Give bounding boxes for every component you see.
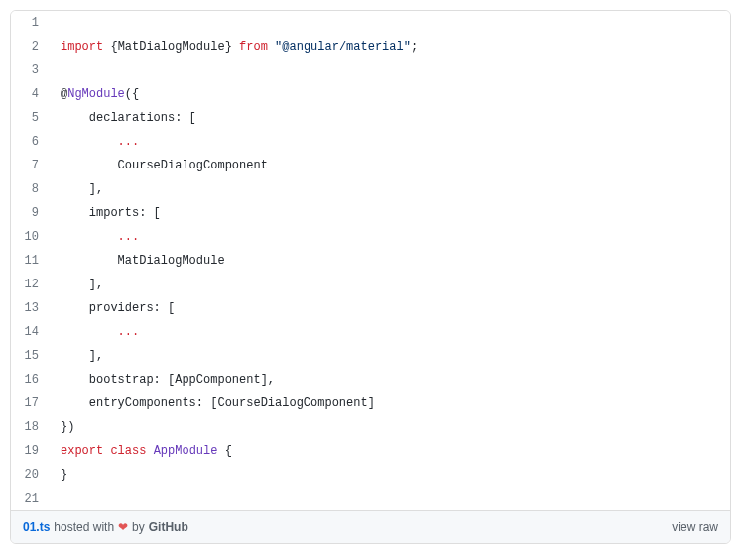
code-token: ... [118, 135, 140, 149]
line-content: export class AppModule { [49, 439, 232, 463]
code-line: 3 [11, 58, 730, 82]
code-token [146, 444, 153, 458]
code-line: 9 imports: [ [11, 201, 730, 225]
line-number[interactable]: 6 [11, 130, 49, 154]
code-token: MatDialogModule [118, 40, 225, 54]
code-line: 21 [11, 487, 730, 510]
line-content: MatDialogModule [49, 249, 225, 273]
code-line: 19export class AppModule { [11, 439, 730, 463]
line-content: @NgModule({ [49, 82, 139, 106]
line-number[interactable]: 1 [11, 11, 49, 35]
line-number[interactable]: 21 [11, 487, 49, 510]
code-line: 15 ], [11, 344, 730, 368]
code-line: 6 ... [11, 130, 730, 154]
footer-left: 01.ts hosted with ❤ by GitHub [23, 520, 188, 534]
line-content: ... [49, 225, 139, 249]
line-content: providers: [ [49, 296, 175, 320]
code-line: 1 [11, 11, 730, 35]
code-line: 18}) [11, 415, 730, 439]
line-number[interactable]: 16 [11, 368, 49, 392]
line-number[interactable]: 18 [11, 415, 49, 439]
code-token: { [217, 444, 231, 458]
code-line: 10 ... [11, 225, 730, 249]
line-content: }) [49, 415, 74, 439]
code-token: NgModule [67, 87, 125, 101]
code-line: 16 bootstrap: [AppComponent], [11, 368, 730, 392]
code-token: AppModule [154, 444, 218, 458]
heart-icon: ❤ [118, 520, 128, 534]
view-raw-link[interactable]: view raw [672, 520, 718, 534]
line-content: ], [49, 177, 103, 201]
code-token: }) [61, 420, 74, 434]
code-token: ({ [125, 87, 139, 101]
code-line: 5 declarations: [ [11, 106, 730, 130]
line-number[interactable]: 19 [11, 439, 49, 463]
hosted-text: hosted with [54, 520, 114, 534]
line-content: bootstrap: [AppComponent], [49, 368, 275, 392]
code-token: class [110, 444, 146, 458]
code-token: ; [411, 40, 418, 54]
line-number[interactable]: 7 [11, 154, 49, 177]
code-line: 4@NgModule({ [11, 82, 730, 106]
line-content [49, 487, 61, 491]
code-token: export [61, 444, 103, 458]
line-number[interactable]: 4 [11, 82, 49, 106]
code-token: import [61, 40, 103, 54]
filename-link[interactable]: 01.ts [23, 520, 50, 534]
code-line: 14 ... [11, 320, 730, 344]
line-number[interactable]: 5 [11, 106, 49, 130]
code-token [61, 230, 118, 244]
line-number[interactable]: 14 [11, 320, 49, 344]
line-number[interactable]: 10 [11, 225, 49, 249]
line-content: } [49, 463, 67, 487]
code-token: entryComponents: [CourseDialogComponent] [61, 396, 375, 410]
code-token: imports: [ [61, 206, 161, 220]
code-token: "@angular/material" [275, 40, 411, 54]
code-token: ... [118, 325, 140, 339]
code-token: declarations: [ [61, 111, 196, 125]
line-content [49, 58, 61, 62]
line-content: declarations: [ [49, 106, 196, 130]
gist-footer: 01.ts hosted with ❤ by GitHub view raw [11, 510, 730, 543]
code-token: bootstrap: [AppComponent], [61, 373, 275, 387]
line-number[interactable]: 8 [11, 177, 49, 201]
line-number[interactable]: 17 [11, 392, 49, 415]
code-token: ], [61, 349, 103, 363]
code-line: 11 MatDialogModule [11, 249, 730, 273]
code-line: 7 CourseDialogComponent [11, 154, 730, 177]
code-token [268, 40, 275, 54]
code-line: 17 entryComponents: [CourseDialogCompone… [11, 392, 730, 415]
github-link[interactable]: GitHub [149, 520, 188, 534]
line-number[interactable]: 9 [11, 201, 49, 225]
code-token: } [225, 40, 239, 54]
line-content: ... [49, 130, 139, 154]
code-token: from [239, 40, 268, 54]
line-number[interactable]: 15 [11, 344, 49, 368]
code-token: ], [61, 278, 103, 291]
code-line: 13 providers: [ [11, 296, 730, 320]
line-content: entryComponents: [CourseDialogComponent] [49, 392, 375, 415]
line-content: import {MatDialogModule} from "@angular/… [49, 35, 418, 58]
by-text: by [132, 520, 145, 534]
code-line: 12 ], [11, 273, 730, 296]
line-number[interactable]: 11 [11, 249, 49, 273]
line-number[interactable]: 20 [11, 463, 49, 487]
code-line: 8 ], [11, 177, 730, 201]
line-content: CourseDialogComponent [49, 154, 268, 177]
code-token [61, 325, 118, 339]
code-token [61, 135, 118, 149]
code-token: { [103, 40, 117, 54]
code-line: 20} [11, 463, 730, 487]
line-number[interactable]: 12 [11, 273, 49, 296]
code-token: providers: [ [61, 301, 175, 315]
code-token: CourseDialogComponent [61, 159, 268, 172]
line-number[interactable]: 13 [11, 296, 49, 320]
line-content: ], [49, 344, 103, 368]
line-content: imports: [ [49, 201, 161, 225]
code-line: 2import {MatDialogModule} from "@angular… [11, 35, 730, 58]
code-token: ... [118, 230, 140, 244]
code-token: MatDialogModule [61, 254, 225, 268]
code-token: } [61, 468, 67, 482]
line-number[interactable]: 2 [11, 35, 49, 58]
line-number[interactable]: 3 [11, 58, 49, 82]
